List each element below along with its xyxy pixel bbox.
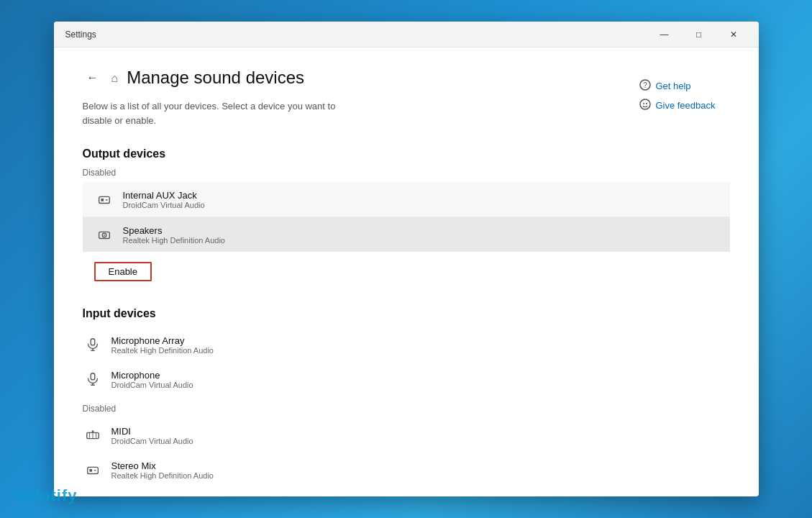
back-icon: ←: [87, 71, 99, 84]
svg-rect-22: [87, 467, 98, 473]
page-title: Manage sound devices: [127, 68, 304, 88]
watermark-text2: otify: [40, 486, 77, 504]
get-help-icon: ?: [639, 79, 651, 93]
aux-jack-driver: DroidCam Virtual Audio: [123, 201, 719, 209]
content-area: ← ⌂ Manage sound devices Below is a list…: [54, 47, 759, 496]
mic-info: Microphone DroidCam Virtual Audio: [111, 370, 719, 389]
device-item-speakers[interactable]: Speakers Realtek High Definition Audio: [83, 217, 730, 252]
enable-button[interactable]: Enable: [94, 262, 152, 281]
device-item-stereo-mix[interactable]: Stereo Mix Realtek High Definition Audio: [83, 453, 730, 487]
feedback-icon: [639, 99, 651, 112]
stereo-mix-info: Stereo Mix Realtek High Definition Audio: [111, 460, 719, 480]
speakers-icon: [94, 224, 114, 245]
title-bar-left: Settings: [65, 29, 96, 40]
input-disabled-list: MIDI DroidCam Virtual Audio: [83, 418, 730, 487]
aux-jack-info: Internal AUX Jack DroidCam Virtual Audio: [123, 190, 719, 209]
midi-driver: DroidCam Virtual Audio: [111, 437, 719, 445]
give-feedback-label: Give feedback: [655, 100, 715, 111]
watermark-text1: upl: [14, 486, 40, 504]
page-subtitle: Below is a list of all your devices. Sel…: [83, 99, 356, 127]
input-devices-title: Input devices: [83, 307, 730, 320]
mic-array-driver: Realtek High Definition Audio: [111, 346, 719, 355]
svg-rect-11: [91, 339, 95, 345]
watermark: uplotify: [14, 486, 77, 505]
input-disabled-label: Disabled: [83, 404, 730, 414]
svg-point-4: [646, 103, 647, 104]
svg-text:?: ?: [644, 81, 648, 89]
svg-rect-14: [91, 373, 95, 380]
home-icon: ⌂: [111, 72, 119, 85]
aux-jack-name: Internal AUX Jack: [123, 190, 719, 201]
device-item-mic-array[interactable]: Microphone Array Realtek High Definition…: [83, 327, 730, 362]
maximize-button[interactable]: □: [683, 22, 716, 47]
title-bar-controls: — □ ✕: [648, 22, 750, 47]
svg-point-2: [640, 99, 650, 109]
mic-driver: DroidCam Virtual Audio: [111, 381, 719, 389]
mic-array-icon: [83, 335, 103, 355]
settings-window: Settings — □ ✕ ← ⌂ Manage sound devices …: [54, 22, 759, 496]
aux-jack-icon: [94, 189, 114, 209]
svg-point-10: [104, 235, 105, 236]
get-help-label: Get help: [655, 81, 690, 91]
speakers-info: Speakers Realtek High Definition Audio: [123, 225, 719, 245]
speakers-name: Speakers: [123, 225, 719, 236]
device-item-mic[interactable]: Microphone DroidCam Virtual Audio: [83, 362, 730, 396]
close-button[interactable]: ✕: [717, 22, 750, 47]
midi-icon: [83, 425, 103, 445]
svg-point-21: [91, 430, 93, 432]
stereo-mix-icon: [83, 460, 103, 480]
svg-rect-6: [101, 199, 104, 201]
title-bar: Settings — □ ✕: [54, 22, 759, 47]
output-devices-section: Output devices Disabled Internal AUX J: [83, 147, 730, 290]
get-help-link[interactable]: ? Get help: [639, 79, 715, 93]
stereo-mix-driver: Realtek High Definition Audio: [111, 471, 719, 480]
back-button[interactable]: ←: [83, 68, 103, 88]
input-devices-section: Input devices Micro: [83, 307, 730, 487]
output-disabled-label: Disabled: [83, 168, 730, 178]
stereo-mix-name: Stereo Mix: [111, 460, 719, 471]
title-bar-title: Settings: [65, 29, 96, 40]
mic-array-info: Microphone Array Realtek High Definition…: [111, 335, 719, 355]
give-feedback-link[interactable]: Give feedback: [639, 99, 715, 112]
mic-icon: [83, 369, 103, 389]
output-device-list: Internal AUX Jack DroidCam Virtual Audio: [83, 182, 730, 252]
page-header: ← ⌂ Manage sound devices: [83, 68, 730, 88]
help-links: ? Get help Give feedback: [639, 79, 715, 112]
input-active-list: Microphone Array Realtek High Definition…: [83, 327, 730, 396]
midi-info: MIDI DroidCam Virtual Audio: [111, 426, 719, 445]
minimize-button[interactable]: —: [648, 22, 681, 47]
svg-rect-5: [99, 196, 109, 203]
mic-array-name: Microphone Array: [111, 335, 719, 346]
main-content: ← ⌂ Manage sound devices Below is a list…: [54, 47, 759, 496]
device-item-aux[interactable]: Internal AUX Jack DroidCam Virtual Audio: [83, 182, 730, 217]
mic-name: Microphone: [111, 370, 719, 381]
svg-rect-23: [89, 469, 92, 472]
svg-point-3: [643, 103, 644, 104]
midi-name: MIDI: [111, 426, 719, 437]
speakers-driver: Realtek High Definition Audio: [123, 236, 719, 245]
output-devices-title: Output devices: [83, 147, 730, 160]
device-item-midi[interactable]: MIDI DroidCam Virtual Audio: [83, 418, 730, 453]
